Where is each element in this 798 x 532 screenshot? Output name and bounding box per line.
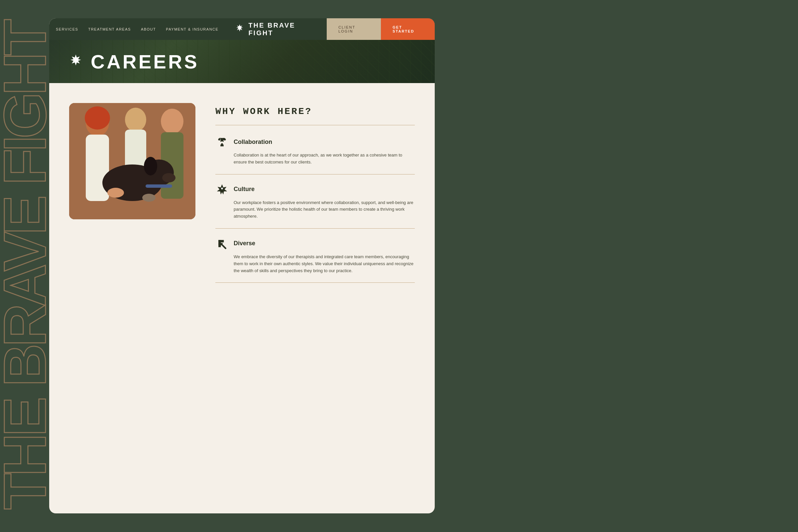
- diverse-title: Diverse: [234, 240, 255, 247]
- diverse-desc: We embrace the diversity of our therapis…: [234, 253, 415, 274]
- collaboration-icon: [215, 135, 229, 149]
- feature-collaboration-header: Collaboration: [215, 135, 415, 149]
- why-work-title: WHY WORK HERE?: [215, 106, 415, 117]
- hero-icon: [69, 54, 82, 70]
- svg-point-16: [107, 188, 124, 198]
- svg-point-13: [162, 173, 175, 183]
- culture-title: Culture: [234, 186, 254, 193]
- svg-point-6: [85, 106, 110, 130]
- main-content: WHY WORK HERE? Collaboration Colla: [49, 83, 435, 303]
- culture-desc: Our workplace fosters a positive environ…: [234, 200, 415, 220]
- svg-point-14: [144, 157, 157, 175]
- svg-point-18: [221, 138, 223, 139]
- hero-section: CAREERS: [49, 40, 435, 83]
- top-divider: [215, 125, 415, 125]
- collaboration-desc: Collaboration is at the heart of our app…: [234, 152, 415, 166]
- svg-point-0: [239, 26, 240, 27]
- feature-diverse-header: Diverse: [215, 237, 415, 250]
- info-section: WHY WORK HERE? Collaboration Colla: [215, 103, 415, 283]
- feature-culture-header: Culture: [215, 183, 415, 196]
- feature-diverse: Diverse We embrace the diversity of our …: [215, 237, 415, 274]
- nav-left: SERVICES TREATMENT AREAS ABOUT PAYMENT &…: [49, 27, 225, 31]
- hero-title: CAREERS: [91, 51, 199, 73]
- team-photo: [69, 103, 195, 219]
- divider-3: [215, 282, 415, 283]
- nav-item-about[interactable]: ABOUT: [141, 27, 156, 31]
- svg-rect-15: [146, 185, 172, 188]
- logo-icon: [235, 24, 244, 35]
- get-started-label: GET STARTED: [393, 25, 423, 33]
- get-started-button[interactable]: GET STARTED: [381, 18, 435, 40]
- svg-rect-21: [218, 240, 224, 242]
- diverse-icon: [215, 237, 229, 250]
- svg-point-19: [221, 187, 223, 189]
- nav-logo[interactable]: THE BRAVE FIGHT: [225, 22, 327, 37]
- navbar: SERVICES TREATMENT AREAS ABOUT PAYMENT &…: [49, 18, 435, 40]
- svg-point-7: [125, 108, 146, 132]
- nav-item-treatment-areas[interactable]: TREATMENT AREAS: [88, 27, 131, 31]
- client-login-button[interactable]: CLIENT LOGIN: [327, 18, 381, 40]
- nav-logo-text: THE BRAVE FIGHT: [248, 22, 317, 37]
- divider-1: [215, 174, 415, 174]
- main-container: SERVICES TREATMENT AREAS ABOUT PAYMENT &…: [49, 18, 435, 513]
- culture-icon: [215, 183, 229, 196]
- photo-section: [69, 103, 195, 283]
- collaboration-title: Collaboration: [234, 138, 272, 146]
- feature-collaboration: Collaboration Collaboration is at the he…: [215, 135, 415, 166]
- brand-watermark: THE BRAVE FIGHT: [0, 22, 55, 510]
- nav-item-services[interactable]: SERVICES: [56, 27, 78, 31]
- nav-item-payment[interactable]: PAYMENT & INSURANCE: [166, 27, 218, 31]
- svg-point-9: [161, 109, 184, 134]
- svg-point-1: [75, 57, 77, 59]
- feature-culture: Culture Our workplace fosters a positive…: [215, 183, 415, 220]
- vertical-background-text: THE BRAVE FIGHT: [0, 0, 50, 532]
- client-login-label: CLIENT LOGIN: [338, 25, 369, 33]
- photo-scene: [69, 103, 195, 219]
- svg-line-23: [223, 245, 226, 248]
- svg-point-17: [142, 194, 155, 202]
- divider-2: [215, 228, 415, 229]
- svg-rect-5: [86, 135, 109, 201]
